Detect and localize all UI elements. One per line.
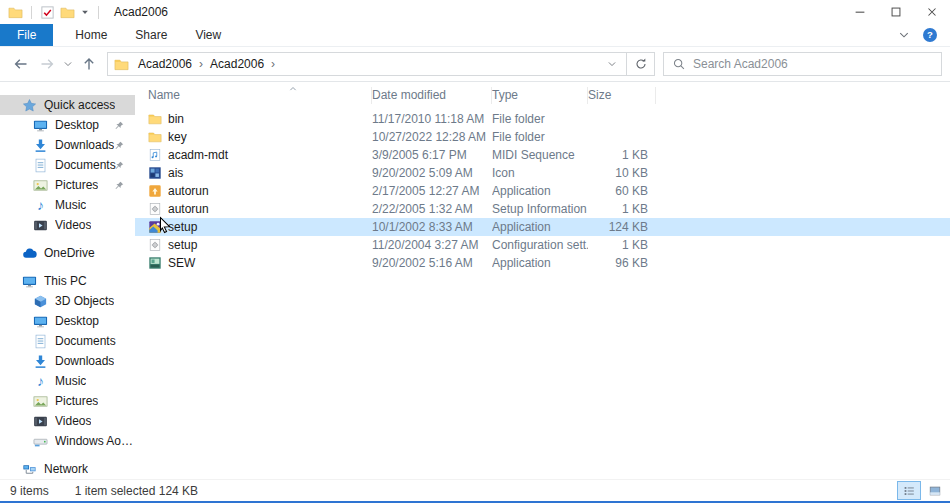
pin-icon[interactable] (114, 180, 125, 191)
file-type: Application (492, 184, 588, 198)
sidebar-item-label: This PC (44, 274, 87, 288)
tab-share[interactable]: Share (121, 24, 181, 46)
new-folder-icon[interactable] (60, 5, 75, 20)
tab-view[interactable]: View (181, 24, 235, 46)
qat-caret-down-icon[interactable] (80, 7, 90, 17)
file-name-cell: autorun (148, 202, 372, 216)
sidebar-item-onedrive[interactable]: OneDrive (0, 243, 135, 263)
file-row-setup[interactable]: setup10/1/2002 8:33 AMApplication124 KB (135, 218, 950, 236)
refresh-button[interactable] (627, 52, 655, 76)
sidebar-item-music[interactable]: ♪Music (0, 195, 135, 215)
location-folder-icon (114, 57, 129, 72)
file-row-acadm-mdt[interactable]: acadm-mdt3/9/2005 6:17 PMMIDI Sequence1 … (135, 146, 950, 164)
file-row-autorun[interactable]: autorun2/17/2005 12:27 AMApplication60 K… (135, 182, 950, 200)
sidebar-item-desktop[interactable]: Desktop (0, 115, 135, 135)
properties-check-icon[interactable] (40, 5, 55, 20)
forward-button[interactable] (34, 52, 60, 76)
sidebar-item-videos[interactable]: Videos (0, 215, 135, 235)
recent-locations-button[interactable] (60, 52, 76, 76)
svg-text:?: ? (927, 29, 933, 40)
maximize-button[interactable] (878, 0, 914, 24)
sidebar-item-label: 3D Objects (55, 294, 114, 308)
file-type: MIDI Sequence (492, 148, 588, 162)
file-name: SEW (168, 256, 195, 270)
sidebar-section-gap (0, 235, 135, 243)
file-row-autorun[interactable]: autorun2/22/2005 1:32 AMSetup Informatio… (135, 200, 950, 218)
sidebar-item-network[interactable]: Network (0, 459, 135, 479)
expand-ribbon-chevron-icon[interactable] (898, 29, 910, 41)
address-bar[interactable]: Acad2006›Acad2006› (107, 52, 627, 76)
sidebar-section-gap (0, 263, 135, 271)
address-history-button[interactable] (602, 59, 622, 69)
sidebar-item-documents[interactable]: Documents (0, 331, 135, 351)
column-header-date-modified[interactable]: Date modified (372, 87, 492, 104)
document-icon (33, 334, 48, 349)
file-size: 124 KB (588, 220, 656, 234)
thumbnails-view-icon (928, 484, 942, 498)
file-list: bin11/17/2010 11:18 AMFile folderkey10/2… (135, 110, 950, 272)
close-button[interactable] (914, 0, 950, 24)
sidebar-item-desktop[interactable]: Desktop (0, 311, 135, 331)
file-type: Application (492, 220, 588, 234)
up-arrow-icon (81, 56, 97, 72)
sidebar-item-videos[interactable]: Videos (0, 411, 135, 431)
sidebar-item-quick-access[interactable]: Quick access (0, 95, 135, 115)
column-header-type[interactable]: Type (492, 87, 588, 104)
sidebar-item-label: Documents (55, 158, 116, 172)
breadcrumb-segment[interactable]: Acad2006 (205, 57, 269, 71)
back-button[interactable] (8, 52, 34, 76)
sidebar-item-label: Network (44, 462, 88, 476)
folder-icon (148, 112, 162, 126)
sidebar-item-documents[interactable]: Documents (0, 155, 135, 175)
file-name-cell: key (148, 130, 372, 144)
pin-icon[interactable] (114, 120, 125, 131)
file-row-bin[interactable]: bin11/17/2010 11:18 AMFile folder (135, 110, 950, 128)
sidebar-item-label: Downloads (55, 138, 114, 152)
sidebar-item-pictures[interactable]: Pictures (0, 391, 135, 411)
sidebar-item-this-pc[interactable]: This PC (0, 271, 135, 291)
column-header-size[interactable]: Size (588, 87, 656, 104)
tab-file[interactable]: File (0, 24, 53, 46)
search-icon (672, 57, 686, 71)
file-row-sew[interactable]: SEW9/20/2002 5:16 AMApplication96 KB (135, 254, 950, 272)
sidebar-item-music[interactable]: ♪Music (0, 371, 135, 391)
search-input[interactable] (693, 57, 933, 71)
minimize-button[interactable] (842, 0, 878, 24)
sidebar-item-downloads[interactable]: Downloads (0, 351, 135, 371)
file-row-key[interactable]: key10/27/2022 12:28 AMFile folder (135, 128, 950, 146)
file-type: File folder (492, 112, 588, 126)
file-name: autorun (168, 202, 209, 216)
sidebar-item-3d-objects[interactable]: 3D Objects (0, 291, 135, 311)
sidebar-nav: Quick accessDesktopDownloadsDocumentsPic… (0, 82, 135, 479)
sidebar-item-downloads[interactable]: Downloads (0, 135, 135, 155)
drive-icon (33, 434, 48, 449)
breadcrumb-chevron-icon[interactable]: › (269, 57, 277, 71)
ribbon-right-controls: ? (898, 24, 950, 46)
pin-icon[interactable] (114, 160, 125, 171)
file-size: 60 KB (588, 184, 656, 198)
file-row-setup[interactable]: setup11/20/2004 3:27 AMConfiguration set… (135, 236, 950, 254)
column-header-name[interactable]: Name (148, 87, 372, 104)
pin-icon[interactable] (114, 140, 125, 151)
tab-home[interactable]: Home (61, 24, 121, 46)
breadcrumb-segment[interactable]: Acad2006 (133, 57, 197, 71)
up-button[interactable] (76, 52, 102, 76)
details-view-button[interactable] (897, 481, 921, 500)
sidebar-item-windows-ao-c[interactable]: Windows Ao (C:) (0, 431, 135, 451)
breadcrumb-chevron-icon[interactable]: › (197, 57, 205, 71)
info-icon (148, 238, 162, 252)
sidebar-item-label: Pictures (55, 394, 98, 408)
thumbnails-view-button[interactable] (923, 481, 947, 500)
app-folder-icon[interactable] (8, 5, 23, 20)
file-row-ais[interactable]: ais9/20/2002 5:09 AMIcon10 KB (135, 164, 950, 182)
file-name: ais (168, 166, 183, 180)
file-type: Configuration sett... (492, 238, 588, 252)
close-icon (925, 5, 939, 19)
file-date: 3/9/2005 6:17 PM (372, 148, 492, 162)
star-icon (22, 98, 37, 113)
sidebar-item-pictures[interactable]: Pictures (0, 175, 135, 195)
divider (31, 6, 32, 19)
music-icon: ♪ (33, 374, 48, 389)
file-type: Icon (492, 166, 588, 180)
help-icon[interactable]: ? (922, 27, 938, 43)
